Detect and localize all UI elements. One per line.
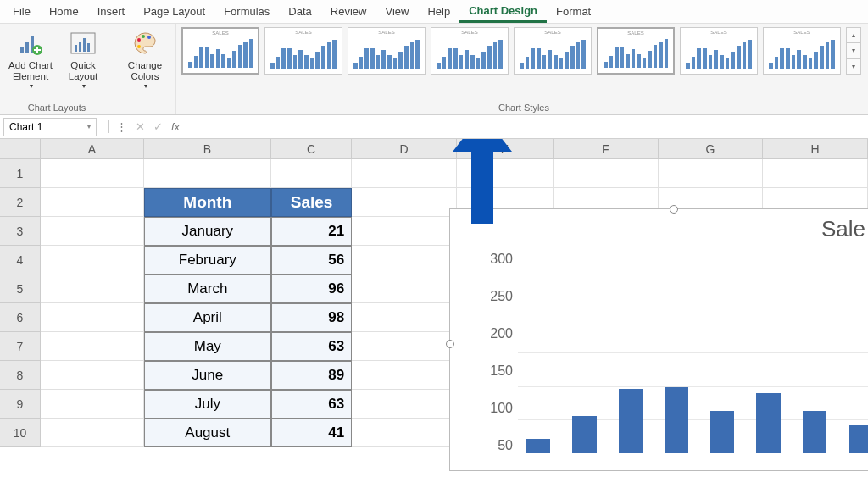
tab-format[interactable]: Format <box>547 2 600 21</box>
cell-B10[interactable]: August <box>144 419 271 447</box>
col-header-A[interactable]: A <box>41 139 144 159</box>
svg-point-10 <box>142 35 145 38</box>
cell-C2[interactable]: Sales <box>271 188 352 217</box>
cell-C7[interactable]: 63 <box>271 332 352 361</box>
tab-formulas[interactable]: Formulas <box>214 2 279 21</box>
chart-plot-area[interactable] <box>518 252 868 453</box>
chart-bar[interactable] <box>803 411 826 453</box>
row-headers[interactable]: 1 2 3 4 5 6 7 8 9 10 <box>0 159 41 447</box>
quick-layout-button[interactable]: Quick Layout▾ <box>58 27 108 92</box>
row-header-10[interactable]: 10 <box>0 419 41 447</box>
row-header-1[interactable]: 1 <box>0 159 41 188</box>
chart-style-4[interactable]: SALES <box>431 27 509 75</box>
worksheet-grid[interactable]: A B C D E F G H 1 2 3 4 5 6 7 8 9 10 Mon… <box>0 139 868 488</box>
tab-insert[interactable]: Insert <box>88 2 135 21</box>
cell-B6[interactable]: April <box>144 303 271 332</box>
add-chart-element-button[interactable]: Add Chart Element▾ <box>5 27 56 92</box>
tab-chart-design[interactable]: Chart Design <box>459 1 547 23</box>
cell-B4[interactable]: February <box>144 246 271 274</box>
svg-rect-1 <box>25 42 29 53</box>
gallery-more-icon[interactable]: ▾ <box>847 59 860 74</box>
formula-input[interactable] <box>193 118 868 136</box>
tab-help[interactable]: Help <box>418 2 459 21</box>
col-header-H[interactable]: H <box>763 139 868 159</box>
chart-bar[interactable] <box>849 425 868 453</box>
column-headers[interactable]: A B C D E F G H <box>41 139 868 159</box>
chart-style-3[interactable]: SALES <box>348 27 426 75</box>
row-header-2[interactable]: 2 <box>0 188 41 217</box>
svg-rect-5 <box>75 45 77 52</box>
cell-B8[interactable]: June <box>144 361 271 390</box>
cell-B9[interactable]: July <box>144 390 271 419</box>
cell-B2[interactable]: Month <box>144 188 271 217</box>
tab-page-layout[interactable]: Page Layout <box>134 2 214 21</box>
ribbon: Add Chart Element▾ Quick Layout▾ Chart L… <box>0 24 868 115</box>
cell-C10[interactable]: 41 <box>271 419 352 447</box>
cell-B7[interactable]: May <box>144 332 271 361</box>
cell-C5[interactable]: 96 <box>271 274 352 303</box>
cell-B5[interactable]: March <box>144 274 271 303</box>
quick-layout-icon <box>69 29 97 58</box>
chart-bar[interactable] <box>665 387 688 453</box>
cell-C9[interactable]: 63 <box>271 390 352 419</box>
change-colors-button[interactable]: Change Colors▾ <box>120 27 170 92</box>
chart-bar[interactable] <box>619 389 643 453</box>
chart-style-5[interactable]: SALES <box>514 27 592 75</box>
fx-icon[interactable]: fx <box>171 120 180 133</box>
col-header-B[interactable]: B <box>144 139 271 159</box>
tab-view[interactable]: View <box>376 2 418 21</box>
chart-bar[interactable] <box>710 411 734 453</box>
gallery-up-icon[interactable]: ▴ <box>847 28 860 43</box>
cell-C3[interactable]: 21 <box>271 217 352 246</box>
embedded-chart[interactable]: Sale 300 250 200 150 100 50 <box>449 208 868 471</box>
select-all-corner[interactable] <box>0 139 41 159</box>
enter-formula-icon[interactable]: ✓ <box>153 120 163 133</box>
gallery-down-icon[interactable]: ▾ <box>847 43 860 58</box>
add-chart-element-icon <box>16 29 45 58</box>
chart-style-2[interactable]: SALES <box>264 27 342 75</box>
chart-style-6[interactable]: SALES <box>597 27 675 75</box>
tab-review[interactable]: Review <box>321 2 376 21</box>
tab-data[interactable]: Data <box>279 2 320 21</box>
chart-style-8[interactable]: SALES <box>763 27 841 75</box>
cell-C8[interactable]: 89 <box>271 361 352 390</box>
tab-file[interactable]: File <box>3 2 40 21</box>
chart-title[interactable]: Sale <box>821 216 865 242</box>
chevron-down-icon[interactable]: ▾ <box>87 123 91 130</box>
quick-layout-label: Quick Layout <box>59 60 107 82</box>
row-header-3[interactable]: 3 <box>0 217 41 246</box>
row-header-9[interactable]: 9 <box>0 390 41 419</box>
svg-rect-0 <box>20 47 24 53</box>
col-header-F[interactable]: F <box>554 139 659 159</box>
tab-home[interactable]: Home <box>40 2 88 21</box>
chevron-down-icon: ▾ <box>30 82 33 90</box>
row-header-4[interactable]: 4 <box>0 246 41 274</box>
group-chart-styles: SALES SALES SALES SALES SALES SALES SALE… <box>176 24 868 114</box>
svg-point-11 <box>147 36 151 39</box>
col-header-E[interactable]: E <box>457 139 554 159</box>
cell-C4[interactable]: 56 <box>271 246 352 274</box>
row-header-6[interactable]: 6 <box>0 303 41 332</box>
row-header-8[interactable]: 8 <box>0 361 41 390</box>
svg-rect-8 <box>87 43 90 52</box>
chart-bar[interactable] <box>572 416 596 453</box>
cancel-formula-icon[interactable]: ✕ <box>136 120 145 133</box>
chart-style-7[interactable]: SALES <box>680 27 758 75</box>
col-header-C[interactable]: C <box>271 139 352 159</box>
chart-style-1[interactable]: SALES <box>181 27 259 75</box>
chevron-down-icon: ▾ <box>144 82 147 90</box>
style-gallery-scroll[interactable]: ▴ ▾ ▾ <box>846 27 861 75</box>
chevron-down-icon: ▾ <box>82 82 86 90</box>
add-chart-element-label: Add Chart Element <box>7 60 54 82</box>
col-header-D[interactable]: D <box>352 139 457 159</box>
col-header-G[interactable]: G <box>659 139 764 159</box>
chart-bar[interactable] <box>526 439 550 453</box>
group-change-colors: Change Colors▾ <box>114 24 176 114</box>
chart-bar[interactable] <box>756 393 780 453</box>
name-box[interactable]: Chart 1 ▾ <box>3 118 97 136</box>
row-header-7[interactable]: 7 <box>0 332 41 361</box>
row-header-5[interactable]: 5 <box>0 274 41 303</box>
svg-rect-7 <box>83 38 86 52</box>
cell-B3[interactable]: January <box>144 217 271 246</box>
cell-C6[interactable]: 98 <box>271 303 352 332</box>
